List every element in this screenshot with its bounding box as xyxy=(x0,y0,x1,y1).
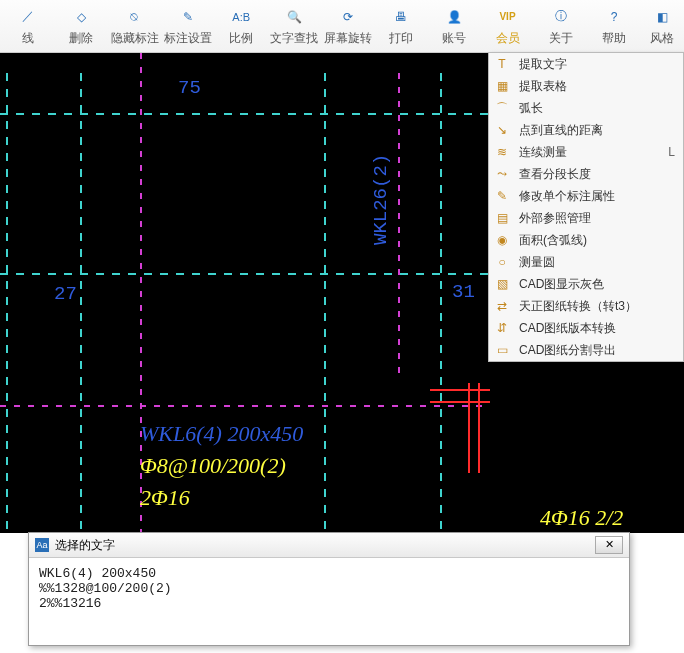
info-icon: ⓘ xyxy=(550,6,572,28)
menu-cad-gray[interactable]: ▧CAD图显示灰色 xyxy=(489,273,683,295)
dimension-top: 75 xyxy=(178,77,201,99)
tool-annot-settings[interactable]: ✎ 标注设置 xyxy=(162,0,215,52)
toolbar: ／ 线 ◇ 删除 ⦰ 隐藏标注 ✎ 标注设置 A:B 比例 🔍 文字查找 ⟳ 屏… xyxy=(0,0,684,53)
menu-point-line-dist[interactable]: ↘点到直线的距离 xyxy=(489,119,683,141)
tool-line[interactable]: ／ 线 xyxy=(2,0,55,52)
grid-line xyxy=(0,273,490,275)
convert-icon: ⇄ xyxy=(493,298,511,314)
tool-delete[interactable]: ◇ 删除 xyxy=(55,0,108,52)
vip-icon: VIP xyxy=(497,6,519,28)
tool-scale[interactable]: A:B 比例 xyxy=(215,0,268,52)
ratio-icon: A:B xyxy=(230,6,252,28)
extract-text-icon: T xyxy=(493,56,511,72)
search-text-icon: 🔍 xyxy=(283,6,305,28)
axis-label-31: 31 xyxy=(452,281,475,303)
edit-attr-icon: ✎ xyxy=(493,188,511,204)
menu-edit-annot-attr[interactable]: ✎修改单个标注属性 xyxy=(489,185,683,207)
erase-icon: ◇ xyxy=(70,6,92,28)
grid-line xyxy=(440,73,442,533)
dialog-titlebar[interactable]: Aa 选择的文字 ✕ xyxy=(29,533,629,558)
arc-icon: ⌒ xyxy=(493,100,511,116)
axis-line xyxy=(398,73,400,373)
selected-text-dialog: Aa 选择的文字 ✕ WKL6(4) 200x450 %%1328@100/20… xyxy=(28,532,630,646)
grid-line xyxy=(80,73,82,533)
menu-arc-length[interactable]: ⌒弧长 xyxy=(489,97,683,119)
dialog-text-line: 2%%13216 xyxy=(39,596,101,611)
tool-help[interactable]: ? 帮助 xyxy=(588,0,641,52)
menu-version-convert[interactable]: ⇵CAD图纸版本转换 xyxy=(489,317,683,339)
menu-shortcut: L xyxy=(668,145,675,159)
xref-icon: ▤ xyxy=(493,210,511,226)
menu-split-export[interactable]: ▭CAD图纸分割导出 xyxy=(489,339,683,361)
settings-pencil-icon: ✎ xyxy=(177,6,199,28)
help-icon: ? xyxy=(603,6,625,28)
tool-print[interactable]: 🖶 打印 xyxy=(375,0,428,52)
annotation-line2: Φ8@100/200(2) xyxy=(140,453,286,479)
tool-style[interactable]: ◧ 风格 xyxy=(641,0,684,52)
user-icon: 👤 xyxy=(443,6,465,28)
tool-find-text[interactable]: 🔍 文字查找 xyxy=(268,0,321,52)
axis-label-27: 27 xyxy=(54,283,77,305)
grid-line xyxy=(0,113,490,115)
tool-rotate-screen[interactable]: ⟳ 屏幕旋转 xyxy=(322,0,375,52)
dialog-text-line: WKL6(4) 200x450 xyxy=(39,566,156,581)
menu-xref-manager[interactable]: ▤外部参照管理 xyxy=(489,207,683,229)
grid-line xyxy=(324,73,326,533)
axis-line xyxy=(0,405,490,407)
gray-icon: ▧ xyxy=(493,276,511,292)
tool-account[interactable]: 👤 账号 xyxy=(428,0,481,52)
tool-about[interactable]: ⓘ 关于 xyxy=(535,0,588,52)
continuous-icon: ≋ xyxy=(493,144,511,160)
version-icon: ⇵ xyxy=(493,320,511,336)
tool-hide-annot[interactable]: ⦰ 隐藏标注 xyxy=(109,0,162,52)
dialog-body[interactable]: WKL6(4) 200x450 %%1328@100/200(2) 2%%132… xyxy=(29,558,629,619)
annotation-line3: 2Φ16 xyxy=(140,485,190,511)
dialog-text-line: %%1328@100/200(2) xyxy=(39,581,172,596)
drawing-line xyxy=(430,389,490,391)
menu-measure-circle[interactable]: ○测量圆 xyxy=(489,251,683,273)
eye-off-icon: ⦰ xyxy=(124,6,146,28)
style-icon: ◧ xyxy=(651,6,673,28)
circle-icon: ○ xyxy=(493,254,511,270)
menu-segment-length[interactable]: ⤳查看分段长度 xyxy=(489,163,683,185)
beam-label-wkl26: WKL26(2) xyxy=(370,154,392,245)
tools-dropdown-menu: T提取文字 ▦提取表格 ⌒弧长 ↘点到直线的距离 ≋连续测量L ⤳查看分段长度 … xyxy=(488,52,684,362)
dialog-title: 选择的文字 xyxy=(55,537,115,554)
dialog-close-button[interactable]: ✕ xyxy=(595,536,623,554)
grid-line xyxy=(6,73,8,533)
segment-icon: ⤳ xyxy=(493,166,511,182)
menu-extract-text[interactable]: T提取文字 xyxy=(489,53,683,75)
rotate-icon: ⟳ xyxy=(337,6,359,28)
distance-icon: ↘ xyxy=(493,122,511,138)
menu-continuous-measure[interactable]: ≋连续测量L xyxy=(489,141,683,163)
drawing-line xyxy=(430,401,490,403)
menu-extract-table[interactable]: ▦提取表格 xyxy=(489,75,683,97)
drawing-line xyxy=(468,383,470,473)
annotation-line4: 4Φ16 2/2 xyxy=(540,505,623,531)
line-icon: ／ xyxy=(17,6,39,28)
menu-t3-convert[interactable]: ⇄天正图纸转换（转t3） xyxy=(489,295,683,317)
app-icon: Aa xyxy=(35,538,49,552)
menu-area-arc[interactable]: ◉面积(含弧线) xyxy=(489,229,683,251)
extract-table-icon: ▦ xyxy=(493,78,511,94)
drawing-line xyxy=(478,383,480,473)
area-icon: ◉ xyxy=(493,232,511,248)
annotation-line1: WKL6(4) 200x450 xyxy=(140,421,303,447)
tool-vip[interactable]: VIP 会员 xyxy=(481,0,534,52)
split-icon: ▭ xyxy=(493,342,511,358)
print-icon: 🖶 xyxy=(390,6,412,28)
